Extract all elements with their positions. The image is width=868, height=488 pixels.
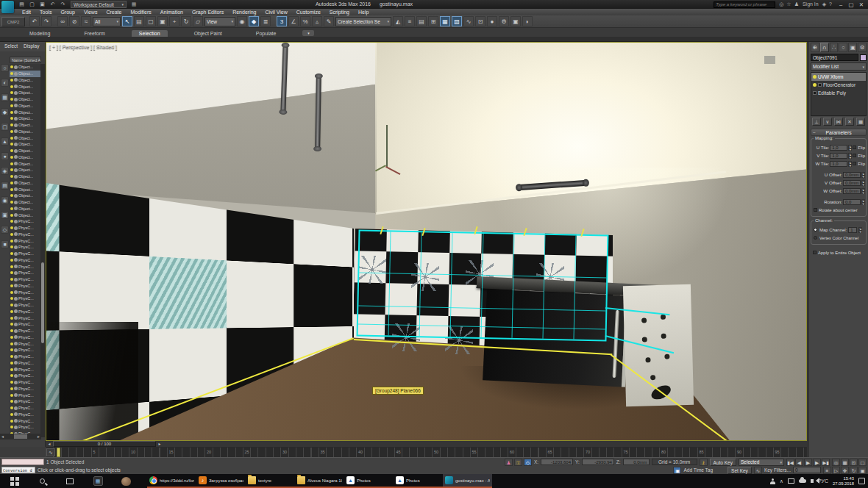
go-to-end-button[interactable]: ▶▮ bbox=[822, 459, 830, 466]
play-button[interactable]: ▶ bbox=[804, 459, 812, 466]
explorer-display-containers-icon[interactable]: ▣ bbox=[1, 211, 9, 219]
menu-modifiers[interactable]: Modifiers bbox=[126, 9, 155, 15]
scrollbar-thumb[interactable] bbox=[14, 434, 27, 439]
lightbulb-icon[interactable] bbox=[10, 381, 13, 384]
lightbulb-icon[interactable] bbox=[10, 162, 13, 165]
schematic-view-icon[interactable]: ⊡ bbox=[475, 16, 485, 26]
list-item[interactable]: Object... bbox=[10, 193, 40, 199]
render-setup-icon[interactable]: ⚙ bbox=[499, 16, 509, 26]
redo-icon[interactable]: ↷ bbox=[59, 1, 67, 8]
select-and-move-icon[interactable]: + bbox=[169, 16, 179, 26]
object-name-field[interactable]: Object7091 bbox=[811, 54, 858, 61]
list-item[interactable]: PhysC... bbox=[10, 379, 40, 386]
lightbulb-icon[interactable] bbox=[10, 323, 13, 326]
z-coordinate-field[interactable]: 0,0mm bbox=[623, 459, 650, 465]
explorer-display-xrefs-icon[interactable]: ▤ bbox=[1, 182, 9, 190]
list-item[interactable]: PhysC... bbox=[10, 360, 40, 367]
minimize-button[interactable]: – bbox=[836, 1, 846, 8]
list-item[interactable]: PhysC... bbox=[10, 354, 40, 360]
spinner[interactable]: ▲▼ bbox=[848, 153, 852, 159]
lightbulb-icon[interactable] bbox=[10, 104, 13, 107]
ribbon-more-icon[interactable]: ▾ bbox=[302, 30, 314, 36]
go-to-start-button[interactable]: ▮◀ bbox=[786, 459, 794, 466]
lightbulb-icon[interactable] bbox=[10, 72, 13, 75]
rotation-field[interactable]: 0,0 bbox=[843, 199, 861, 205]
list-item[interactable]: Object... bbox=[10, 173, 40, 180]
new-key-filter-icon[interactable]: ∿ bbox=[754, 467, 762, 474]
frame-back-icon[interactable]: ◄ bbox=[46, 442, 53, 446]
list-item[interactable]: Object... bbox=[10, 115, 40, 122]
list-item[interactable]: PhysC... bbox=[10, 283, 40, 290]
lightbulb-icon[interactable] bbox=[10, 137, 13, 140]
ribbon-tab-populate[interactable]: Populate bbox=[249, 30, 284, 37]
menu-help[interactable]: Help bbox=[354, 9, 373, 15]
v-offset-field[interactable]: 0,0mm bbox=[843, 180, 861, 186]
lightbulb-icon[interactable] bbox=[10, 355, 13, 358]
edit-named-sets-icon[interactable]: ✎ bbox=[324, 16, 334, 26]
lightbulb-icon[interactable] bbox=[10, 426, 13, 428]
list-item[interactable]: Object... bbox=[10, 90, 40, 96]
configure-modifier-sets-button[interactable]: ▦ bbox=[856, 118, 865, 126]
explorer-display-helpers-icon[interactable]: ▲ bbox=[1, 137, 9, 146]
lightbulb-icon[interactable] bbox=[10, 259, 13, 262]
list-item[interactable]: Object... bbox=[10, 71, 40, 77]
lightbulb-icon[interactable] bbox=[10, 168, 13, 171]
explorer-display-warps-icon[interactable]: ● bbox=[1, 152, 9, 160]
window-crossing-icon[interactable]: ▣ bbox=[157, 16, 168, 26]
volume-icon[interactable] bbox=[811, 479, 814, 483]
list-item[interactable]: PhysC... bbox=[10, 218, 40, 225]
list-item[interactable]: PhysC... bbox=[10, 232, 40, 238]
explorer-display-geometry-icon[interactable]: ◐ bbox=[1, 79, 9, 87]
explorer-display-frozen-icon[interactable]: ■ bbox=[1, 240, 9, 248]
explorer-display-shapes-icon[interactable]: ▦ bbox=[1, 93, 9, 101]
list-item[interactable]: PhysC... bbox=[10, 398, 40, 405]
people-icon[interactable] bbox=[770, 481, 775, 484]
task-folder-alveus[interactable]: Alveus Niagara 10 ... bbox=[295, 474, 344, 488]
next-frame-button[interactable]: ▶ bbox=[813, 459, 821, 466]
zoom-region-icon[interactable]: ▢ bbox=[858, 459, 867, 466]
zoom-extents-icon[interactable]: ⊡ bbox=[850, 459, 858, 466]
spinner[interactable]: ▲▼ bbox=[861, 199, 865, 205]
graphite-ribbon-toggle-icon[interactable]: ⊞ bbox=[428, 16, 438, 26]
unlink-selection-icon[interactable]: ⊘ bbox=[69, 16, 79, 26]
list-item[interactable]: PhysC... bbox=[10, 392, 40, 398]
lightbulb-icon[interactable] bbox=[10, 387, 13, 390]
undo-icon[interactable]: ↶ bbox=[29, 16, 40, 26]
list-item[interactable]: Object... bbox=[10, 186, 40, 193]
spin-down-icon[interactable]: ▼ bbox=[848, 148, 852, 151]
list-item[interactable]: PhysC... bbox=[10, 366, 40, 373]
lightbulb-icon[interactable] bbox=[10, 400, 13, 403]
bind-to-space-warp-icon[interactable]: ≈ bbox=[81, 16, 91, 26]
lightbulb-icon[interactable] bbox=[10, 413, 13, 416]
lightbulb-icon[interactable] bbox=[10, 130, 13, 133]
menu-civil-view[interactable]: Civil View bbox=[260, 9, 291, 15]
lightbulb-icon[interactable] bbox=[10, 362, 13, 365]
select-and-scale-icon[interactable]: ▱ bbox=[193, 16, 203, 26]
lightbulb-icon[interactable] bbox=[10, 214, 13, 217]
material-editor-icon[interactable]: ● bbox=[487, 16, 497, 26]
current-frame-marker[interactable] bbox=[57, 448, 60, 457]
lightbulb-icon[interactable] bbox=[10, 284, 13, 287]
map-channel-field[interactable]: 1 bbox=[848, 227, 857, 233]
list-item[interactable]: Object... bbox=[10, 122, 40, 129]
lightbulb-icon[interactable] bbox=[10, 420, 13, 423]
list-item[interactable]: PhysC... bbox=[10, 417, 40, 424]
menu-graph-editors[interactable]: Graph Editors bbox=[188, 9, 228, 15]
spinner[interactable]: ▲▼ bbox=[861, 172, 865, 178]
spinner[interactable]: ▲▼ bbox=[861, 180, 865, 186]
list-item[interactable]: Object... bbox=[10, 154, 40, 161]
menu-edit[interactable]: Edit bbox=[18, 9, 35, 15]
lightbulb-icon[interactable] bbox=[10, 188, 13, 191]
action-center-icon[interactable] bbox=[858, 478, 865, 484]
task-photos-2[interactable]: ▲Photos bbox=[394, 474, 443, 488]
lightbulb-icon[interactable] bbox=[10, 265, 13, 268]
list-item[interactable]: Object... bbox=[10, 129, 40, 135]
lightbulb-icon[interactable] bbox=[10, 194, 13, 197]
lightbulb-icon[interactable] bbox=[10, 123, 13, 126]
clock[interactable]: 15:43 27.09.2018 bbox=[833, 476, 854, 486]
utilities-tab[interactable]: ⚙ bbox=[858, 43, 867, 52]
help-icon[interactable]: ? bbox=[829, 1, 832, 8]
task-3dsmax[interactable]: gostinayu.max - Au... bbox=[443, 474, 492, 488]
spin-down-icon[interactable]: ▼ bbox=[848, 164, 852, 167]
mirror-icon[interactable]: ◭ bbox=[393, 16, 403, 26]
